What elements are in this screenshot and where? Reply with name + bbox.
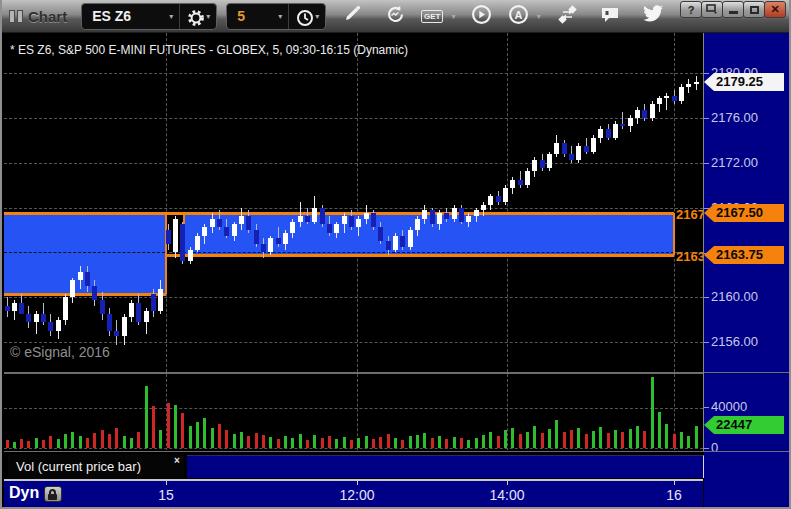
lock-icon[interactable] <box>44 486 62 502</box>
interval-input[interactable]: 5 ▾ <box>227 4 289 29</box>
symbol-settings-button[interactable]: ▾ <box>180 4 216 29</box>
candle <box>63 297 68 319</box>
time-tick-label: 14:00 <box>477 487 537 503</box>
candle <box>386 241 391 249</box>
volume-pane[interactable] <box>4 373 703 450</box>
chevron-down-icon: ▾ <box>537 12 541 21</box>
volume-bar <box>159 430 162 448</box>
volume-bar <box>673 434 676 448</box>
candle <box>628 118 633 126</box>
volume-bar <box>555 420 558 448</box>
time-axis[interactable]: Dyn 1512:0014:0016 <box>4 479 703 507</box>
interval-group: 5 ▾ ▾ <box>226 3 326 30</box>
volume-bar <box>636 426 639 448</box>
volume-gridline-40000 <box>4 408 703 409</box>
candle <box>474 210 479 216</box>
volume-bar <box>548 429 551 448</box>
pane-separator[interactable] <box>4 372 791 373</box>
maximize-button[interactable] <box>743 1 765 18</box>
candle <box>195 236 200 250</box>
volume-bar <box>350 440 353 448</box>
volume-bar <box>445 439 448 448</box>
volume-bar <box>504 430 507 448</box>
volume-bar <box>592 431 595 448</box>
candle-wick <box>300 202 301 227</box>
dock-window-button[interactable] <box>701 1 723 18</box>
get-data-button[interactable]: GET ▾ <box>421 3 455 30</box>
candle <box>136 303 141 323</box>
dynamic-mode-label[interactable]: Dyn <box>9 484 39 502</box>
volume-bar <box>108 434 111 448</box>
price-gridline <box>4 297 703 298</box>
minimize-button[interactable] <box>722 1 744 18</box>
volume-bar <box>599 427 602 448</box>
chart-panes-icon <box>9 10 23 23</box>
price-chart-pane[interactable]: * ES Z6, S&P 500 E-MINI FUTURES - GLOBEX… <box>4 33 703 372</box>
chart-title: * ES Z6, S&P 500 E-MINI FUTURES - GLOBEX… <box>10 43 408 57</box>
candle <box>415 219 420 230</box>
chat-button[interactable] <box>593 3 627 30</box>
candle <box>466 216 471 222</box>
volume-tick: 40000 <box>711 399 747 414</box>
volume-bar <box>218 424 221 448</box>
volume-bar <box>357 438 360 448</box>
candle <box>283 233 288 244</box>
candle <box>650 104 655 118</box>
volume-bar <box>225 430 228 448</box>
volume-bar <box>57 439 60 448</box>
volume-bar <box>313 435 316 448</box>
price-axis[interactable]: 2180.00 2176.00 2172.00 2168.00 2164.00 … <box>704 33 791 507</box>
close-icon[interactable]: × <box>170 455 184 467</box>
price-gridline <box>4 163 703 164</box>
volume-bar <box>629 429 632 448</box>
symbol-group: ES Z6 ▾ ▾ <box>81 3 217 30</box>
candle <box>562 143 567 154</box>
symbol-input[interactable]: ES Z6 ▾ <box>82 4 180 29</box>
price-tick: 2156.00 <box>711 334 758 349</box>
volume-bar <box>196 422 199 448</box>
order-route-button[interactable] <box>550 3 584 30</box>
draw-tools-button[interactable] <box>335 3 369 30</box>
candle <box>173 219 178 253</box>
candle <box>34 314 39 322</box>
volume-bar <box>20 439 23 448</box>
candle <box>371 213 376 227</box>
play-button[interactable] <box>464 3 498 30</box>
volume-bar <box>27 441 30 448</box>
candle <box>276 238 281 244</box>
close-button[interactable]: ✕ <box>764 1 786 18</box>
volume-bar <box>687 436 690 448</box>
pane-separator[interactable] <box>4 451 791 452</box>
volume-bar <box>511 428 514 448</box>
volume-bar <box>577 428 580 448</box>
auto-trade-button[interactable]: A ▾ <box>507 3 541 30</box>
volume-bar <box>13 442 16 448</box>
price-gridline <box>4 118 703 119</box>
price-gridline <box>4 73 703 74</box>
volume-indicator-label[interactable]: Vol (current price bar) × <box>8 454 184 479</box>
time-tick-label: 15 <box>136 487 196 503</box>
help-button[interactable]: ? <box>680 1 702 18</box>
twitter-share-button[interactable] <box>636 3 670 30</box>
horizontal-scroll-strip[interactable] <box>187 455 704 478</box>
candle <box>547 154 552 168</box>
candle <box>151 294 156 311</box>
candle <box>107 314 112 331</box>
volume-bar <box>291 438 294 448</box>
chevron-down-icon[interactable]: ▾ <box>169 12 173 21</box>
candle <box>694 82 699 85</box>
pane-right-border <box>703 33 704 451</box>
candle <box>569 154 574 160</box>
volume-bar <box>137 432 140 448</box>
reload-chart-icon <box>385 4 406 29</box>
volume-bar <box>533 426 536 448</box>
candle <box>459 208 464 222</box>
volume-bar <box>695 426 698 448</box>
time-gridline <box>166 33 167 372</box>
candle <box>642 110 647 118</box>
chevron-down-icon[interactable]: ▾ <box>278 12 282 21</box>
pencil-icon <box>342 4 362 28</box>
interval-time-button[interactable]: ▾ <box>289 4 325 29</box>
reload-chart-button[interactable] <box>378 3 412 30</box>
candle <box>349 216 354 227</box>
